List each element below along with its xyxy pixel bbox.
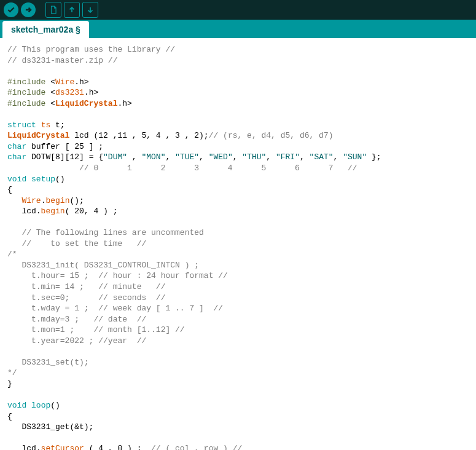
code-line[interactable]: t.min= 14 ; // minute // (7, 282, 469, 293)
upload-button[interactable] (21, 2, 36, 17)
code-line[interactable]: lcd.begin( 20, 4 ) ; (7, 206, 469, 217)
code-line[interactable]: /* (7, 249, 469, 260)
code-line[interactable]: #include <LiquidCrystal.h> (7, 98, 469, 109)
code-line[interactable] (7, 390, 469, 401)
code-line[interactable]: void loop() (7, 400, 469, 411)
new-button[interactable] (45, 2, 61, 18)
arrow-down-icon (86, 6, 95, 14)
code-editor[interactable]: // This program uses the Library //// ds… (0, 38, 476, 450)
code-line[interactable]: t.wday = 1 ; // week day [ 1 .. 7 ] // (7, 303, 469, 314)
code-line[interactable]: DS3231_get(&t); (7, 422, 469, 433)
code-line[interactable]: struct ts t; (7, 120, 469, 131)
code-line[interactable]: DS3231_set(t); (7, 357, 469, 368)
toolbar (0, 0, 476, 20)
tab-bar: sketch_mar02a § (0, 20, 476, 38)
code-line[interactable]: t.mday=3 ; // date // (7, 314, 469, 325)
tab-label: sketch_mar02a § (11, 25, 80, 34)
code-line[interactable]: #include <ds3231.h> (7, 87, 469, 98)
code-line[interactable]: t.sec=0; // seconds // (7, 293, 469, 304)
code-line[interactable]: */ (7, 368, 469, 379)
code-line[interactable]: DS3231_init( DS3231_CONTROL_INTCN ) ; (7, 260, 469, 271)
code-line[interactable] (7, 217, 469, 228)
arduino-ide-window: sketch_mar02a § // This program uses the… (0, 0, 476, 450)
code-line[interactable]: LiquidCrystal lcd (12 ,11 , 5, 4 , 3 , 2… (7, 130, 469, 141)
code-line[interactable]: t.mon=1 ; // month [1..12] // (7, 325, 469, 336)
code-line[interactable]: char buffer [ 25 ] ; (7, 141, 469, 152)
code-line[interactable] (7, 433, 469, 444)
arrow-up-icon (68, 6, 76, 14)
code-line[interactable]: lcd.setCursor ( 4 , 0 ) ; // ( col , row… (7, 443, 469, 450)
code-line[interactable]: t.year=2022 ; //year // (7, 336, 469, 347)
code-line[interactable] (7, 109, 469, 120)
code-line[interactable]: char DOTW[8][12] = {"DUM" , "MON", "TUE"… (7, 152, 469, 163)
open-button[interactable] (64, 2, 80, 18)
code-line[interactable]: // The following lines are uncommented (7, 227, 469, 239)
code-line[interactable] (7, 346, 469, 357)
code-line[interactable]: { (7, 184, 469, 195)
code-line[interactable]: { (7, 411, 469, 422)
check-icon (7, 6, 15, 14)
code-line[interactable]: // to set the time // (7, 239, 469, 250)
code-line[interactable]: // ds3231-master.zip // (7, 55, 469, 66)
file-icon (49, 6, 58, 14)
code-line[interactable]: Wire.begin(); (7, 195, 469, 207)
code-line[interactable]: // This program uses the Library // (7, 44, 469, 55)
code-line[interactable]: // 0 1 2 3 4 5 6 7 // (7, 163, 469, 174)
code-line[interactable] (7, 66, 469, 77)
tab-sketch[interactable]: sketch_mar02a § (2, 21, 89, 38)
code-line[interactable]: t.hour= 15 ; // hour : 24 hour format // (7, 270, 469, 282)
code-line[interactable]: #include <Wire.h> (7, 77, 469, 88)
code-line[interactable]: void setup() (7, 174, 469, 185)
verify-button[interactable] (4, 2, 18, 17)
code-line[interactable]: } (7, 379, 469, 390)
arrow-right-icon (24, 6, 33, 14)
save-button[interactable] (82, 2, 98, 18)
